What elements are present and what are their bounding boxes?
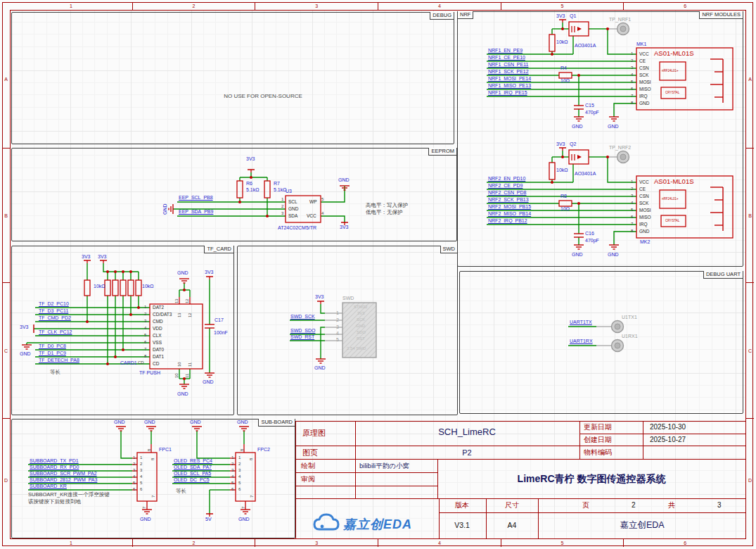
ref-r8[interactable]: R8: [560, 194, 567, 198]
net-nrf2-en[interactable]: NRF2_EN_PD10: [488, 176, 525, 181]
value-r-q2[interactable]: 10kΩ: [556, 168, 568, 172]
net-tf-clk[interactable]: TF_CLK_PC12: [39, 329, 72, 334]
net-tf-d1[interactable]: TF_D1_PC9: [39, 351, 66, 355]
ref-r7[interactable]: R7: [274, 181, 280, 186]
net-swd-rst[interactable]: SWD_RST: [290, 334, 314, 339]
pwr-3v3-nrf1[interactable]: 3V3: [556, 13, 565, 18]
pwr-3v3-swd[interactable]: 3V3: [315, 294, 323, 299]
pwr-gnd-fpc2-bot[interactable]: GND: [238, 517, 250, 522]
net-subboard-scr[interactable]: SUBBOARD_SCR_PWM_PA2: [30, 471, 97, 476]
pwr-3v3-tf2[interactable]: 3V3: [98, 254, 106, 259]
pwr-gnd-card-top[interactable]: GND: [177, 270, 188, 275]
pwr-3v3-u3vcc[interactable]: 3V3: [340, 225, 348, 229]
net-swd-sdo[interactable]: SWD_SDO: [290, 328, 315, 333]
net-nrf2-csn[interactable]: NRF2_CSN_PD8: [488, 190, 526, 195]
value-tf-r-right[interactable]: 10kΩ: [142, 284, 154, 289]
net-nrf2-irq[interactable]: NRF2_IRQ_PB12: [488, 218, 527, 223]
ref-u1tx1[interactable]: U1TX1: [622, 315, 637, 320]
pinnum-swd-5[interactable]: 5: [336, 337, 339, 342]
net-eep-sda[interactable]: EEP_SDA_PB9: [179, 209, 213, 214]
net-tf-d0[interactable]: TF_D0_PC8: [39, 343, 66, 348]
net-tf-d2[interactable]: TF_D2_PC10: [39, 301, 69, 306]
pwr-gnd-eeprom-left[interactable]: GND: [162, 203, 167, 215]
ref-u1rx1[interactable]: U1RX1: [622, 334, 638, 339]
pwr-gnd-fpc1-b[interactable]: GND: [144, 419, 155, 424]
ref-r4[interactable]: R4: [560, 65, 567, 70]
title-created-value[interactable]: 2025-10-27: [650, 436, 686, 443]
title-project-title[interactable]: LimeRC青柠 数字图传遥控器系统: [518, 473, 666, 486]
pinnum-swd-2[interactable]: 2: [336, 317, 339, 322]
pwr-gnd-swd[interactable]: GND: [314, 365, 326, 370]
value-c17[interactable]: 100nF: [214, 330, 228, 335]
net-tf-cmd[interactable]: TF_CMD_PD2: [39, 315, 71, 320]
part-mk1[interactable]: AS01-ML01S: [654, 50, 694, 57]
ref-q1[interactable]: Q1: [570, 13, 576, 18]
title-total-value[interactable]: 3: [717, 501, 722, 509]
title-updated-value[interactable]: 2025-10-30: [650, 423, 686, 431]
ref-tp-nrf2[interactable]: TP_NRF2: [609, 145, 631, 150]
value-tf-r-left[interactable]: 10kΩ: [94, 284, 105, 289]
net-uart1tx[interactable]: UART1TX: [570, 320, 592, 324]
ref-c17[interactable]: C17: [214, 317, 224, 322]
net-nrf2-mosi[interactable]: NRF2_MOSI_PB15: [488, 204, 531, 209]
net-tf-detech[interactable]: TF_DETECH_PA8: [39, 358, 79, 362]
net-nrf2-sck[interactable]: NRF2_SCK_PB13: [488, 197, 529, 202]
pwr-gnd-c16[interactable]: GND: [572, 252, 583, 257]
pinnum-swd-1[interactable]: 1: [336, 310, 339, 315]
net-uart1rx[interactable]: UART1RX: [570, 339, 593, 343]
part-u3[interactable]: AT24C02CM5/TR: [278, 225, 316, 230]
pwr-gnd-mk2[interactable]: GND: [608, 252, 619, 257]
pwr-5v-fpc2[interactable]: 5V: [205, 517, 212, 522]
net-nrf1-en[interactable]: NRF1_EN_PE9: [488, 48, 523, 53]
ref-mk2[interactable]: MK2: [640, 239, 650, 244]
net-oled-dc[interactable]: OLED_DC_PC5: [174, 477, 210, 482]
ref-c16[interactable]: C16: [585, 231, 594, 236]
part-q2[interactable]: AO3401A: [575, 171, 596, 176]
value-c15[interactable]: 470pF: [585, 110, 599, 115]
ref-fpc2[interactable]: FPC2: [257, 447, 270, 452]
pwr-gnd-tf-left[interactable]: GND: [20, 351, 31, 356]
ref-q2[interactable]: Q2: [570, 141, 576, 146]
ref-swd-conn[interactable]: SWD: [342, 296, 354, 301]
net-nrf1-csn[interactable]: NRF1_CSN_PE11: [488, 62, 528, 67]
net-eep-scl[interactable]: EEP_SCL_PB8: [179, 195, 213, 200]
pwr-3v3-nrf2[interactable]: 3V3: [556, 141, 565, 146]
title-drawn-value[interactable]: bilibili平韵の小窝: [359, 462, 409, 470]
ref-u3[interactable]: U3: [286, 189, 292, 194]
part-card1[interactable]: TF PUSH: [139, 370, 160, 375]
ref-c15[interactable]: C15: [585, 103, 594, 108]
value-r6[interactable]: 5.1kΩ: [246, 187, 259, 192]
value-r-q1[interactable]: 10kΩ: [556, 39, 568, 44]
net-tf-d3[interactable]: TF_D3_PC11: [39, 308, 68, 313]
pwr-gnd-mk1[interactable]: GND: [608, 124, 619, 129]
title-pageno-value[interactable]: 2: [632, 501, 636, 509]
pinnum-swd-4[interactable]: 4: [336, 331, 339, 336]
pwr-gnd-fpc1-bot[interactable]: GND: [140, 517, 151, 522]
net-subboard-rx[interactable]: SUBBOARD_RX_PD0: [30, 465, 79, 469]
pwr-gnd-fpc2-a[interactable]: GND: [190, 419, 201, 424]
pwr-3v3-tf-left[interactable]: 3V3: [20, 324, 28, 329]
ref-fpc1[interactable]: FPC1: [159, 447, 172, 452]
ref-r6[interactable]: R6: [246, 181, 252, 186]
net-nrf1-irq[interactable]: NRF1_IRQ_PE15: [488, 90, 527, 95]
pwr-gnd-fpc2-b[interactable]: GND: [237, 419, 248, 424]
net-nrf1-ce[interactable]: NRF1_CE_PE10: [488, 55, 525, 60]
pwr-gnd-c17[interactable]: GND: [203, 379, 214, 384]
pwr-gnd-card-bottom[interactable]: GND: [177, 391, 188, 396]
title-schematic-value[interactable]: SCH_LimeRC: [438, 428, 496, 436]
net-nrf1-mosi[interactable]: NRF1_MOSI_PE14: [488, 76, 531, 81]
net-oled-sda[interactable]: OLED_SDA_PA7: [174, 465, 212, 469]
pwr-3v3-c17[interactable]: 3V3: [205, 270, 213, 274]
part-mk2[interactable]: AS01-ML01S: [654, 178, 694, 185]
pinnum-swd-3[interactable]: 3: [336, 324, 339, 329]
net-oled-scl[interactable]: OLED_SCL_PA5: [174, 471, 211, 476]
net-swd-sck[interactable]: SWD_SCK: [290, 314, 315, 319]
pwr-gnd-c15[interactable]: GND: [572, 124, 583, 129]
value-r4[interactable]: 10Ω: [560, 78, 570, 83]
net-nrf1-miso[interactable]: NRF1_MISO_PE13: [488, 83, 531, 88]
net-nrf2-ce[interactable]: NRF2_CE_PD9: [488, 183, 523, 188]
value-r7[interactable]: 5.1kΩ: [274, 187, 286, 192]
pwr-3v3-eeprom[interactable]: 3V3: [246, 156, 255, 161]
net-subboard-tx[interactable]: SUBBOARD_TX_PD1: [30, 458, 79, 463]
title-version-value[interactable]: V3.1: [454, 522, 470, 529]
